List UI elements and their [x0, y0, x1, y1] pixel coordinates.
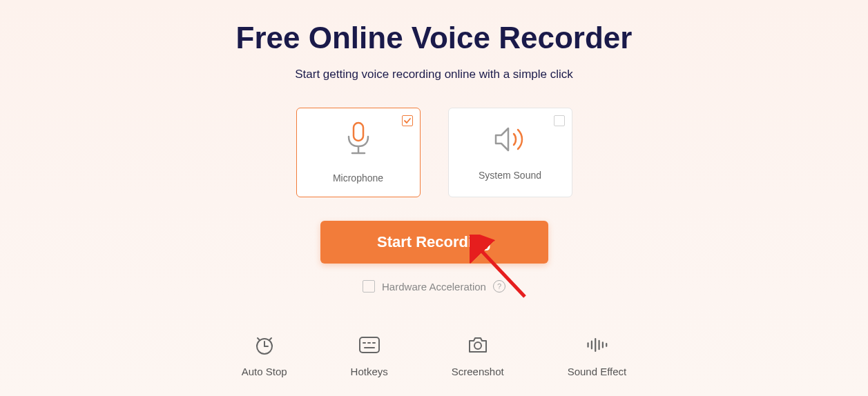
features-row: Auto Stop Hotkeys Screenshot	[242, 334, 627, 377]
source-label-system-sound: System Sound	[479, 170, 541, 181]
svg-rect-0	[354, 123, 363, 141]
feature-hotkeys[interactable]: Hotkeys	[351, 334, 388, 377]
feature-label-screenshot: Screenshot	[452, 366, 504, 377]
page-subtitle: Start getting voice recording online wit…	[295, 68, 573, 81]
microphone-icon	[343, 121, 374, 160]
hardware-acceleration-label: Hardware Acceleration	[382, 281, 486, 293]
camera-icon	[467, 334, 489, 356]
keyboard-icon	[358, 334, 380, 356]
source-card-microphone[interactable]: Microphone	[296, 108, 421, 197]
waveform-icon	[586, 334, 608, 356]
source-options: Microphone System Sound	[296, 108, 572, 197]
svg-line-7	[269, 338, 271, 340]
feature-label-hotkeys: Hotkeys	[351, 366, 388, 377]
speaker-icon	[493, 124, 528, 157]
checkbox-microphone[interactable]	[402, 115, 413, 126]
feature-screenshot[interactable]: Screenshot	[452, 334, 504, 377]
start-recording-button[interactable]: Start Recording	[320, 221, 548, 264]
source-card-system-sound[interactable]: System Sound	[448, 108, 572, 197]
source-label-microphone: Microphone	[333, 172, 383, 184]
check-icon	[403, 117, 412, 125]
svg-rect-8	[360, 337, 379, 353]
feature-label-auto-stop: Auto Stop	[242, 366, 287, 377]
feature-label-sound-effect: Sound Effect	[568, 366, 627, 377]
help-icon[interactable]: ?	[493, 280, 505, 293]
svg-point-13	[474, 342, 481, 349]
svg-line-6	[258, 338, 260, 340]
hardware-acceleration-checkbox[interactable]	[363, 280, 375, 293]
feature-auto-stop[interactable]: Auto Stop	[242, 334, 287, 377]
feature-sound-effect[interactable]: Sound Effect	[568, 334, 627, 377]
checkbox-system-sound[interactable]	[554, 115, 565, 126]
page-title: Free Online Voice Recorder	[236, 21, 633, 55]
hardware-acceleration-option: Hardware Acceleration ?	[363, 280, 505, 293]
clock-icon	[253, 334, 276, 356]
